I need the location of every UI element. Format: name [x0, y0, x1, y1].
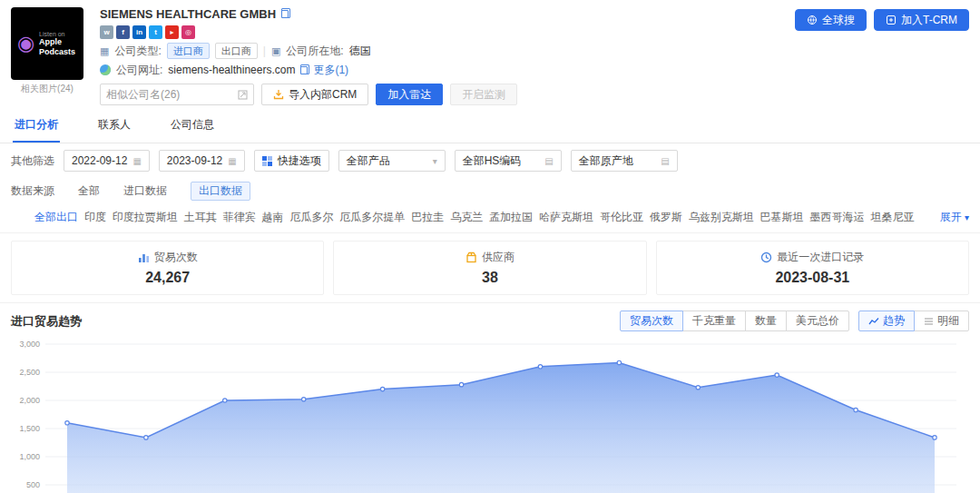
stat-label: 贸易次数	[154, 250, 198, 265]
website-value[interactable]: siemens-healthineers.com	[168, 62, 295, 78]
stat-value: 24,267	[12, 270, 323, 286]
stats-row: 贸易次数 24,267 供应商 38 最近一次进口记录 2023-08-31	[0, 233, 980, 302]
chevron-down-icon: ▾	[965, 212, 969, 222]
country-filter[interactable]: 孟加拉国	[489, 210, 533, 225]
country-filter[interactable]: 巴拉圭	[411, 210, 444, 225]
stat-card-trade-count: 贸易次数 24,267	[11, 241, 324, 295]
expand-input-icon[interactable]	[238, 90, 248, 100]
location-icon: ▣	[271, 43, 280, 59]
exporter-tag[interactable]: 出口商	[215, 43, 258, 59]
join-tcrm-button[interactable]: 加入T-CRM	[874, 9, 969, 31]
trend-chart[interactable]: 5001,0001,5002,0002,5003,0002022-092022-…	[11, 335, 969, 493]
stat-label: 供应商	[482, 250, 514, 265]
import-icon	[273, 89, 284, 100]
tab-contacts[interactable]: 联系人	[96, 109, 132, 143]
trend-header: 进口贸易趋势 贸易次数千克重量数量美元总价 趋势 明细	[0, 302, 980, 335]
chevron-down-icon: ▾	[433, 156, 437, 166]
svg-text:500: 500	[26, 480, 40, 489]
svg-text:3,000: 3,000	[19, 340, 40, 349]
view-trend-button[interactable]: 趋势	[858, 311, 915, 331]
stat-label: 最近一次进口记录	[777, 250, 864, 265]
start-date-picker[interactable]: 2022-09-12 ▦	[64, 150, 150, 172]
global-search-button[interactable]: 全球搜	[795, 9, 867, 31]
svg-text:2,000: 2,000	[19, 396, 40, 405]
metric-button[interactable]: 千克重量	[682, 311, 746, 331]
company-name: SIEMENS HEALTHCARE GMBH	[100, 7, 276, 21]
filter-bar: 其他筛选 2022-09-12 ▦ 2023-09-12 ▦ 快捷选项 全部产品…	[0, 143, 980, 178]
country-filter[interactable]: 越南	[262, 210, 284, 225]
country-filter[interactable]: 哥伦比亚	[600, 210, 643, 225]
product-select[interactable]: 全部产品 ▾	[338, 150, 446, 172]
country-filter[interactable]: 印度拉贾斯坦	[113, 210, 178, 225]
country-filter[interactable]: 墨西哥海运	[810, 210, 865, 225]
bar-chart-icon	[138, 251, 150, 263]
company-header: ◉ Listen on Apple Podcasts 相关图片(24) SIEM…	[0, 0, 980, 105]
more-link[interactable]: 更多(1)	[313, 62, 348, 78]
facebook-icon[interactable]: f	[116, 25, 130, 39]
start-monitor-button[interactable]: 开启监测	[450, 84, 517, 105]
datasource-all[interactable]: 全部	[78, 183, 100, 199]
stat-value: 2023-08-31	[657, 270, 968, 286]
metric-button[interactable]: 美元总价	[786, 311, 849, 331]
country-filter[interactable]: 巴基斯坦	[760, 210, 804, 225]
tab-company-info[interactable]: 公司信息	[169, 109, 216, 143]
datasource-label: 数据来源	[11, 183, 54, 199]
svg-text:1,500: 1,500	[19, 424, 40, 433]
country-list: 全部出口印度印度拉贾斯坦土耳其菲律宾越南厄瓜多尔厄瓜多尔提单巴拉圭乌克兰孟加拉国…	[34, 210, 915, 225]
datasource-export[interactable]: 出口数据	[191, 182, 250, 201]
expand-link[interactable]: 展开 ▾	[940, 210, 969, 225]
datasource-import[interactable]: 进口数据	[123, 183, 167, 199]
company-type-label: 公司类型:	[114, 43, 161, 59]
list-select-icon: ▤	[544, 156, 553, 166]
join-radar-button[interactable]: 加入雷达	[376, 84, 443, 105]
country-filter[interactable]: 乌兹别克斯坦	[689, 210, 754, 225]
svg-text:1,000: 1,000	[19, 452, 40, 461]
trend-chart-area: 5001,0001,5002,0002,5003,0002022-092022-…	[0, 335, 980, 493]
youtube-icon[interactable]: ▸	[165, 25, 179, 39]
country-filter[interactable]: 厄瓜多尔	[289, 210, 333, 225]
country-filter[interactable]: 菲律宾	[223, 210, 256, 225]
twitter-icon[interactable]: t	[149, 25, 162, 39]
country-filter[interactable]: 俄罗斯	[650, 210, 682, 225]
country-filter[interactable]: 土耳其	[184, 210, 217, 225]
clock-icon	[760, 251, 772, 263]
country-filter[interactable]: 哈萨克斯坦	[539, 210, 593, 225]
country-filter[interactable]: 印度	[84, 210, 106, 225]
tab-import-analysis[interactable]: 进口分析	[13, 109, 60, 143]
stat-card-suppliers: 供应商 38	[333, 241, 646, 295]
detail-list-icon	[924, 317, 934, 326]
copy-icon[interactable]	[281, 10, 289, 18]
similar-company-field[interactable]	[106, 88, 234, 101]
importer-tag[interactable]: 进口商	[167, 43, 210, 59]
import-crm-button[interactable]: 导入内部CRM	[261, 84, 368, 105]
location-label: 公司所在地:	[286, 43, 343, 59]
country-filter[interactable]: 厄瓜多尔提单	[339, 210, 405, 225]
instagram-icon[interactable]: ◎	[181, 25, 195, 39]
logo-line2: Apple Podcasts	[39, 37, 77, 56]
hs-code-select[interactable]: 全部HS编码 ▤	[455, 150, 562, 172]
datasource-bar: 数据来源 全部 进口数据 出口数据	[0, 178, 980, 204]
metric-toggle-group: 贸易次数千克重量数量美元总价	[620, 311, 849, 331]
origin-select[interactable]: 全部原产地 ▤	[571, 150, 678, 172]
trend-title: 进口贸易趋势	[11, 313, 82, 330]
list-select-icon: ▤	[661, 156, 669, 166]
metric-button[interactable]: 贸易次数	[620, 311, 683, 331]
country-filter[interactable]: 乌克兰	[450, 210, 483, 225]
similar-company-input[interactable]	[100, 84, 254, 105]
website-label: 公司网址:	[116, 62, 162, 78]
linkedin-icon[interactable]: in	[132, 25, 146, 39]
building-icon: ▦	[100, 43, 109, 59]
main-tabbar: 进口分析 联系人 公司信息	[0, 109, 980, 143]
metric-button[interactable]: 数量	[745, 311, 787, 331]
copy-icon[interactable]	[300, 66, 308, 74]
quick-options-button[interactable]: 快捷选项	[254, 150, 329, 172]
supplier-icon	[466, 251, 477, 263]
end-date-picker[interactable]: 2023-09-12 ▦	[159, 150, 245, 172]
country-filter[interactable]: 全部出口	[34, 210, 78, 225]
country-filter[interactable]: 坦桑尼亚	[870, 210, 914, 225]
country-filter-bar: 全部出口印度印度拉贾斯坦土耳其菲律宾越南厄瓜多尔厄瓜多尔提单巴拉圭乌克兰孟加拉国…	[0, 204, 980, 233]
logo-caption[interactable]: 相关图片(24)	[11, 83, 83, 95]
view-detail-button[interactable]: 明细	[914, 311, 969, 331]
website-icon[interactable]: w	[100, 25, 113, 39]
trend-line-icon	[868, 317, 879, 326]
